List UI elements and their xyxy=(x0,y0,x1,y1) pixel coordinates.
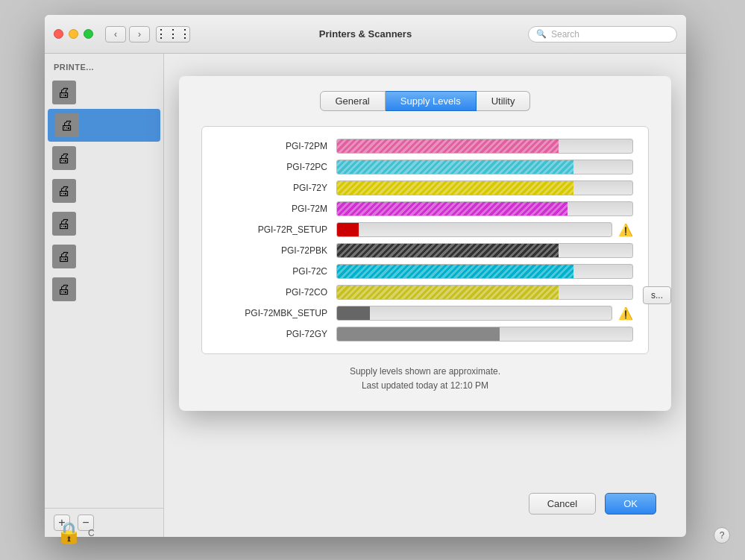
dialog-area: General Supply Levels Utility PGI-72PM xyxy=(164,54,686,537)
ok-button[interactable]: OK xyxy=(605,493,656,515)
sidebar: Printe... 🖨 🖨 🖨 🖨 🖨 🖨 🖨 xyxy=(45,54,164,537)
ink-levels-panel: PGI-72PM PGI-72PC PGI-72Y xyxy=(201,126,649,354)
cancel-button[interactable]: Cancel xyxy=(529,493,596,515)
grid-icon: ⋮⋮⋮ xyxy=(155,27,191,41)
tab-supply-levels[interactable]: Supply Levels xyxy=(386,91,477,111)
minimize-button[interactable] xyxy=(69,29,78,39)
printer-item-3[interactable]: 🖨 xyxy=(45,142,163,174)
ink-bar-container-9 xyxy=(336,327,633,342)
ink-bar-container-4 xyxy=(336,222,612,237)
ink-row-pgi72r-setup: PGI-72R_SETUP ⚠️ xyxy=(217,222,633,237)
info-text: Supply levels shown are approximate. Las… xyxy=(201,365,649,393)
info-line2: Last updated today at 12:10 PM xyxy=(201,379,649,393)
back-button[interactable]: ‹ xyxy=(105,26,126,43)
ink-row-pgi72y: PGI-72Y xyxy=(217,180,633,195)
tab-general[interactable]: General xyxy=(320,91,386,111)
printer-icon-3: 🖨 xyxy=(52,146,76,170)
ink-bar-fill-7 xyxy=(337,286,559,299)
title-bar: ‹ › ⋮⋮⋮ Printers & Scanners 🔍 xyxy=(45,15,686,54)
ink-bar-fill-5 xyxy=(337,244,559,257)
ink-label-9: PGI-72GY xyxy=(217,329,336,339)
printer-icon-4: 🖨 xyxy=(52,179,76,203)
ink-bar-fill-3 xyxy=(337,202,568,215)
ink-bar-fill-6 xyxy=(337,265,573,278)
close-button[interactable] xyxy=(54,29,63,39)
ink-bar-container-0 xyxy=(336,139,633,154)
ink-bar-container-8 xyxy=(336,306,612,321)
ink-row-pgi72pc: PGI-72PC xyxy=(217,160,633,174)
ink-row-pgi72c: PGI-72C xyxy=(217,264,633,279)
warning-icon-8: ⚠️ xyxy=(618,306,633,321)
ink-bar-container-3 xyxy=(336,201,633,216)
main-content: Printe... 🖨 🖨 🖨 🖨 🖨 🖨 🖨 xyxy=(45,54,686,537)
ink-bar-container-5 xyxy=(336,243,633,258)
ink-row-pgi72mbk-setup: PGI-72MBK_SETUP ⚠️ xyxy=(217,306,633,321)
printer-icon-2: 🖨 xyxy=(55,113,79,137)
forward-button[interactable]: › xyxy=(129,26,150,43)
main-window: ‹ › ⋮⋮⋮ Printers & Scanners 🔍 Printe... … xyxy=(45,15,686,537)
ink-label-1: PGI-72PC xyxy=(217,162,336,172)
ink-label-7: PGI-72CO xyxy=(217,287,336,298)
printer-icon-7: 🖨 xyxy=(52,277,76,301)
supply-levels-dialog: General Supply Levels Utility PGI-72PM xyxy=(179,76,671,411)
tab-utility[interactable]: Utility xyxy=(477,91,531,111)
search-icon: 🔍 xyxy=(536,29,547,39)
printer-item-6[interactable]: 🖨 xyxy=(45,240,163,273)
grid-view-button[interactable]: ⋮⋮⋮ xyxy=(156,26,190,43)
zoom-button[interactable] xyxy=(84,29,93,39)
printer-icon-6: 🖨 xyxy=(52,245,76,268)
ink-bar-fill-9 xyxy=(337,327,500,341)
more-options-button[interactable]: s... xyxy=(643,286,671,304)
printer-item-1[interactable]: 🖨 xyxy=(45,76,163,109)
printer-icon-1: 🖨 xyxy=(52,81,76,104)
info-line1: Supply levels shown are approximate. xyxy=(201,365,649,379)
printer-item-4[interactable]: 🖨 xyxy=(45,174,163,207)
ink-label-5: PGI-72PBK xyxy=(217,245,336,256)
ink-bar-container-2 xyxy=(336,180,633,195)
help-button[interactable]: ? xyxy=(714,527,730,544)
printer-item-7[interactable]: 🖨 xyxy=(45,273,163,306)
printer-item-2[interactable]: 🖨 xyxy=(48,109,160,142)
printer-icon-5: 🖨 xyxy=(52,212,76,236)
ink-row-pgi72pm: PGI-72PM xyxy=(217,139,633,154)
ink-row-pgi72co: PGI-72CO xyxy=(217,285,633,300)
sidebar-header: Printe... xyxy=(45,60,163,76)
ink-bar-fill-1 xyxy=(337,160,573,174)
ink-label-0: PGI-72PM xyxy=(217,141,336,151)
ink-row-pgi72m: PGI-72M xyxy=(217,201,633,216)
search-box[interactable]: 🔍 xyxy=(528,26,677,43)
ink-label-2: PGI-72Y xyxy=(217,183,336,193)
printer-item-5[interactable]: 🖨 xyxy=(45,207,163,240)
ink-row-pgi72pbk: PGI-72PBK xyxy=(217,243,633,258)
ink-label-4: PGI-72R_SETUP xyxy=(217,224,336,235)
traffic-lights xyxy=(54,29,93,39)
ink-bar-container-1 xyxy=(336,160,633,174)
ink-label-3: PGI-72M xyxy=(217,204,336,214)
ink-bar-fill-2 xyxy=(337,181,573,195)
search-input[interactable] xyxy=(551,29,669,40)
ink-bar-container-6 xyxy=(336,264,633,279)
nav-buttons: ‹ › xyxy=(105,26,150,43)
lock-label: C xyxy=(88,528,95,538)
ink-bar-fill-4 xyxy=(337,223,359,236)
ink-label-6: PGI-72C xyxy=(217,266,336,277)
ink-label-8: PGI-72MBK_SETUP xyxy=(217,308,336,318)
warning-icon-4: ⚠️ xyxy=(618,223,633,237)
tab-bar: General Supply Levels Utility xyxy=(201,91,649,111)
dialog-footer: Cancel OK xyxy=(529,493,656,515)
window-title: Printers & Scanners xyxy=(319,28,412,40)
ink-bar-container-7 xyxy=(336,285,633,300)
lock-icon[interactable]: 🔒 xyxy=(56,520,82,545)
ink-bar-fill-0 xyxy=(337,139,559,153)
ink-row-pgi72gy: PGI-72GY xyxy=(217,327,633,342)
lock-area: 🔒 C xyxy=(56,520,95,545)
ink-bar-fill-8 xyxy=(337,306,370,320)
